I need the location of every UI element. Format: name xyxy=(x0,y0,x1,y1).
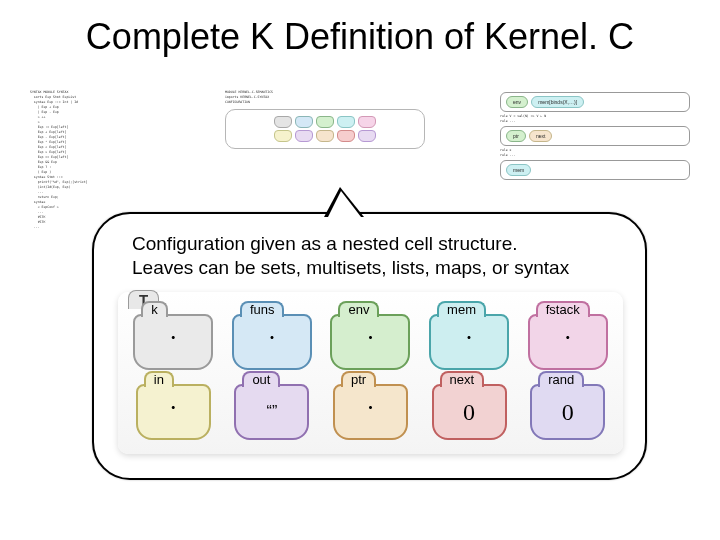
cell-mem: mem · xyxy=(429,314,509,370)
callout-bubble: Configuration given as a nested cell str… xyxy=(92,212,647,480)
callout-line1: Configuration given as a nested cell str… xyxy=(132,233,518,254)
cell-row-1: k · funs · env · mem · fstack · xyxy=(126,314,615,370)
bg-rule-text-1: rule V = val(N) => V ← N rule ... xyxy=(500,114,690,124)
callout-text: Configuration given as a nested cell str… xyxy=(132,232,621,280)
cell-in: in · xyxy=(136,384,211,440)
cell-row-2: in · out “” ptr · next 0 rand 0 xyxy=(126,384,615,440)
cell-rand-value: 0 xyxy=(562,399,574,426)
cell-rand: rand 0 xyxy=(530,384,605,440)
cell-out-value: “” xyxy=(267,403,278,421)
cell-in-label: in xyxy=(144,371,174,387)
cell-rand-label: rand xyxy=(538,371,584,387)
bg-rule-box-3: mem xyxy=(500,160,690,180)
bg-rule-box-2: ptr next xyxy=(500,126,690,146)
bg-code-mid-head: MODULE KERNEL-C-SEMANTICS imports KERNEL… xyxy=(225,90,425,105)
cell-fstack-label: fstack xyxy=(536,301,590,317)
cell-next: next 0 xyxy=(432,384,507,440)
cell-next-value: 0 xyxy=(463,399,475,426)
callout-line2: Leaves can be sets, multisets, lists, ma… xyxy=(132,257,569,278)
cell-funs: funs · xyxy=(232,314,312,370)
cell-k: k · xyxy=(133,314,213,370)
cell-funs-label: funs xyxy=(240,301,285,317)
bg-rule-text-2: rule ε rule ... xyxy=(500,148,690,158)
cell-ptr: ptr · xyxy=(333,384,408,440)
cell-out: out “” xyxy=(234,384,309,440)
bg-mini-config-diagram xyxy=(225,109,425,149)
cell-fstack: fstack · xyxy=(528,314,608,370)
cell-ptr-label: ptr xyxy=(341,371,376,387)
cell-out-label: out xyxy=(242,371,280,387)
config-cell-diagram: T k · funs · env · mem · xyxy=(118,292,623,454)
slide-title: Complete K Definition of Kernel. C xyxy=(0,16,720,58)
cell-mem-label: mem xyxy=(437,301,486,317)
cell-env: env · xyxy=(330,314,410,370)
bg-rule-box-1: env mem[binds(X,…)] xyxy=(500,92,690,112)
cell-next-label: next xyxy=(440,371,485,387)
cell-env-label: env xyxy=(338,301,379,317)
cell-k-label: k xyxy=(141,301,168,317)
